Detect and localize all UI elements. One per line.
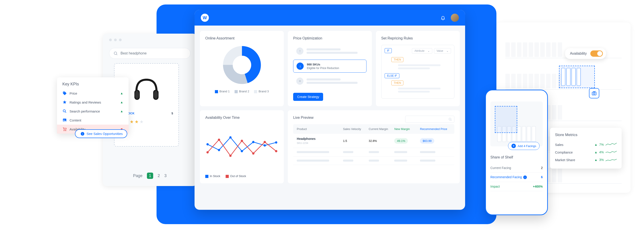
col-rec-price: Recommended Price [420,127,451,131]
svg-point-20 [252,141,254,143]
plus-icon: + [512,144,516,148]
price-opt-row-highlighted[interactable]: ↓ 988 SKUsEligible for Price Reduction [293,60,366,73]
svg-line-8 [65,112,66,113]
info-icon[interactable]: i [523,175,527,179]
info-icon: i [81,132,84,136]
svg-point-17 [218,149,220,151]
table-row[interactable]: HeadphonesSKU-1234 1.5 32.8% 49.1% $63.9… [293,134,454,148]
svg-point-12 [66,130,66,131]
kpi-label: Price [70,91,77,95]
chevron-down-icon: ⌄ [446,49,448,52]
chart-legend: Brand 1 Brand 2 Brand 3 [205,90,278,93]
sales-opportunities-button[interactable]: i See Sales Opportunities [75,129,127,138]
svg-point-25 [229,155,232,157]
kpi-row-ratings[interactable]: Ratings and Reviews ▲ [57,98,128,107]
kpi-row-price[interactable]: Price ▲ [57,89,128,98]
then-tag: THEN [391,57,404,62]
camera-icon [592,90,597,96]
star-icon: ★ [134,119,139,125]
share-of-shelf-title: Share of Shelf [490,155,543,159]
pagination-label: Page [133,173,142,178]
col-velocity: Sales Velocity [343,127,369,131]
row-value: 2 [541,166,543,170]
svg-point-19 [241,150,243,152]
add-facings-button[interactable]: + Add 4 Facings [508,142,540,150]
row-label: Current Facing [490,166,511,170]
metrics-title: Store Metrics [555,133,617,137]
create-strategy-button[interactable]: Create Strategy [293,93,323,101]
cell-velocity: 1.5 [343,139,369,143]
cell-new-margin: 49.1% [394,138,408,144]
bell-icon[interactable] [440,15,446,20]
sparkline [606,150,617,154]
app-logo[interactable]: W [201,14,209,22]
metric-label: Market Share [555,158,575,162]
camera-button[interactable] [589,88,599,98]
availability-toggle[interactable]: Availability [565,48,606,59]
legend-item: Out of Stock [230,174,246,178]
chevron-down-icon: ⌄ [428,49,430,52]
kpi-label: Ratings and Reviews [70,100,101,104]
page-number[interactable]: 2 [158,173,160,178]
table-row [293,148,454,156]
pagination: Page 1 2 3 [103,173,197,179]
avatar[interactable] [451,14,459,22]
search-placeholder: Best headphone [120,51,147,55]
product-sku: SKU-1234 [297,142,308,144]
preview-search[interactable] [405,116,454,123]
svg-point-11 [64,130,64,131]
sales-opp-label: See Sales Opportunities [86,132,123,136]
kpi-row-search[interactable]: Search performance ▲ [57,107,128,116]
shelf-row-current: Current Facing 2 [490,163,543,173]
svg-point-33 [594,93,595,94]
page-number[interactable]: 3 [164,173,166,178]
svg-point-27 [252,152,254,155]
attribute-select[interactable]: Attribute⌄ [412,48,432,54]
main-dashboard: W Online Assortment Brand 1 Brand 2 Bran… [194,10,465,210]
phone-mockup: + Add 4 Facings Share of Shelf Current F… [485,90,548,215]
kpi-row-content[interactable]: Content [57,116,128,125]
product-name: Headphones [297,137,343,141]
metric-label: Compliance [555,150,573,154]
svg-point-29 [275,150,277,152]
shelf-image: + Add 4 Facings [490,101,543,146]
cart-icon [62,127,67,131]
toggle-label: Availability [570,52,587,56]
elseif-tag: ELSE IF [384,73,400,78]
panel-online-assortment: Online Assortment Brand 1 Brand 2 Brand … [200,31,284,106]
chart-legend: In Stock Out of Stock [205,174,278,178]
metric-row-compliance: Compliance ▲4% [555,148,617,156]
svg-rect-32 [592,92,596,95]
svg-point-18 [229,136,232,139]
price-icon [62,91,67,95]
legend-item: Brand 1 [219,90,230,93]
svg-point-21 [264,144,266,147]
price-opt-row: ↑ [293,45,366,57]
svg-point-4 [135,91,139,99]
panel-availability: Availability Over Time In Stock Out of S… [200,110,284,183]
cell-margin: 32.8% [369,139,394,143]
legend-item: In Stock [210,174,220,178]
trend-up-icon: ▲ [594,150,598,154]
search-input[interactable]: Best headphone [109,48,190,59]
price-opt-row: = [293,75,366,87]
page-number-current[interactable]: 1 [147,173,153,179]
svg-point-10 [64,120,64,120]
image-icon [62,118,67,122]
panel-title: Price Optimization [293,36,366,40]
kpi-title: Key KPIs [57,82,128,89]
svg-line-1 [116,54,118,55]
value-select[interactable]: Value⌄ [434,48,451,54]
svg-point-30 [449,118,451,120]
toggle-switch[interactable] [590,50,603,57]
svg-line-31 [451,120,452,121]
col-product: Product [297,127,343,131]
metric-value: 4% [599,150,604,154]
svg-point-0 [114,52,117,54]
panel-repricing-rules: Set Repricing Rules Attribute⌄ Value⌄ IF… [376,31,460,106]
window-dot [119,39,122,41]
preview-table: Product Sales Velocity Current Margin Ne… [293,124,454,165]
star-icon: ★ [130,119,134,125]
sku-subtitle: Eligible for Price Reduction [307,67,339,70]
price-prefix: $ [172,112,173,115]
